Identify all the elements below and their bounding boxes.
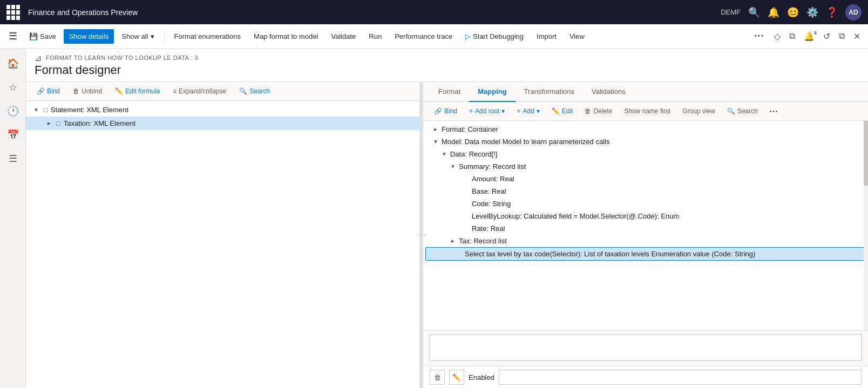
tree-item[interactable]: ▼ □ Statement: XML Element [26, 103, 419, 117]
validate-button[interactable]: Validate [326, 29, 361, 44]
nav-calendar-icon[interactable]: 📅 [2, 124, 24, 146]
chevron-down-icon: ▼ [449, 164, 457, 169]
tab-format[interactable]: Format [430, 82, 469, 102]
show-name-first-button[interactable]: Show name first [620, 105, 675, 117]
right-panel: Format Mapping Transformations Validatio… [423, 82, 868, 388]
edit-button[interactable]: ✏️ Edit [547, 105, 578, 117]
main-layout: 🏠 ☆ 🕐 📅 ☰ ⊿ FORMAT TO LEARN HOW TO LOOKU… [0, 49, 868, 388]
chevron-down-icon: ▼ [32, 107, 40, 113]
separator [164, 30, 165, 43]
scrollbar-thumb[interactable] [864, 121, 868, 186]
settings-icon[interactable]: ⚙️ [806, 6, 818, 18]
format-enumerations-button[interactable]: Format enumerations [169, 29, 247, 44]
delete-button[interactable]: 🗑 Delete [580, 105, 616, 117]
selected-formula-item[interactable]: Select tax level by tax code(Selector): … [425, 247, 866, 261]
chevron-right-icon: ► [432, 126, 439, 132]
show-details-button[interactable]: Show details [64, 29, 114, 44]
left-panel: 🔗 Bind 🗑 Unbind ✏️ Edit formula ≡ Expand… [26, 82, 420, 388]
toolbar-more-icon[interactable]: ••• [750, 30, 769, 42]
start-debugging-button[interactable]: ▷ Start Debugging [460, 29, 529, 44]
help-icon[interactable]: ❓ [826, 6, 838, 18]
tab-bar: Format Mapping Transformations Validatio… [423, 82, 868, 102]
main-toolbar: ☰ 💾 Save Show details Show all ▾ Format … [0, 24, 868, 49]
app-grid-icon[interactable] [6, 5, 22, 20]
tree-item-label: Statement: XML Element [51, 106, 128, 114]
add-button[interactable]: + Add ▾ [512, 105, 544, 117]
mapping-item-label: Rate: Real [472, 224, 505, 233]
performance-trace-button[interactable]: Performance trace [389, 29, 458, 44]
page-header: ⊿ FORMAT TO LEARN HOW TO LOOKUP LE DATA … [26, 49, 868, 82]
plus-icon: + [517, 107, 520, 115]
mapping-item-label: LevelByLookup: Calculated field = Model.… [472, 212, 679, 220]
map-format-button[interactable]: Map format to model [248, 29, 323, 44]
tab-validations[interactable]: Validations [583, 82, 634, 102]
show-all-button[interactable]: Show all ▾ [116, 29, 159, 44]
mapping-item[interactable]: Code: String [423, 198, 868, 210]
add-root-button[interactable]: + Add root ▾ [465, 105, 509, 117]
page-title: Format designer [35, 63, 859, 77]
tenant-code: DEMF [721, 8, 741, 16]
edit-condition-button[interactable]: ✏️ [449, 370, 464, 385]
toolbar-restore-icon[interactable]: ⧉ [836, 29, 848, 43]
delete-link-icon: 🗑 [73, 87, 79, 95]
mapping-item-label: Base: Real [472, 187, 506, 195]
search-icon[interactable]: 🔍 [748, 6, 760, 18]
tree-item[interactable]: ► □ Taxation: XML Element [26, 117, 419, 130]
link-icon: 🔗 [37, 87, 45, 95]
expand-icon: ≡ [173, 87, 177, 95]
bind-button[interactable]: 🔗 Bind [32, 85, 64, 97]
view-button[interactable]: View [564, 29, 590, 44]
hamburger-icon[interactable]: ☰ [4, 28, 22, 44]
edit-icon: ✏️ [552, 107, 560, 115]
formula-input[interactable] [430, 334, 862, 361]
left-search-button[interactable]: 🔍 Search [235, 85, 274, 97]
debug-icon: ▷ [465, 32, 471, 40]
toolbar-close-icon[interactable]: ✕ [850, 29, 864, 44]
trash-icon: 🗑 [434, 373, 441, 382]
toolbar-diamond-icon[interactable]: ◇ [771, 29, 784, 44]
chevron-down-icon: ▼ [432, 139, 439, 145]
toolbar-refresh-icon[interactable]: ↺ [820, 29, 833, 44]
mapping-item[interactable]: ► Format: Container [423, 123, 868, 135]
designer-split: 🔗 Bind 🗑 Unbind ✏️ Edit formula ≡ Expand… [26, 82, 868, 388]
enabled-row: 🗑 ✏️ Enabled [423, 366, 868, 388]
chevron-right-icon: ► [45, 120, 53, 126]
chevron-down-icon: ▼ [440, 151, 448, 157]
tab-transformations[interactable]: Transformations [516, 82, 583, 102]
expand-collapse-button[interactable]: ≡ Expand/collapse [168, 85, 230, 97]
edit-formula-button[interactable]: ✏️ Edit formula [111, 85, 164, 97]
avatar[interactable]: AD [845, 4, 862, 21]
scrollbar-track[interactable] [864, 121, 868, 330]
tab-mapping[interactable]: Mapping [469, 82, 515, 102]
import-button[interactable]: Import [531, 29, 562, 44]
run-button[interactable]: Run [363, 29, 387, 44]
mapping-item[interactable]: ▼ Summary: Record list [423, 160, 868, 173]
toolbar-badge-icon[interactable]: 🔔4 [801, 29, 818, 44]
mapping-item[interactable]: LevelByLookup: Calculated field = Model.… [423, 210, 868, 222]
delete-condition-button[interactable]: 🗑 [430, 370, 445, 385]
filter-icon[interactable]: ⊿ [35, 53, 42, 63]
notification-icon[interactable]: 🔔 [768, 6, 779, 18]
mapping-item[interactable]: Rate: Real [423, 222, 868, 235]
nav-list-icon[interactable]: ☰ [2, 148, 24, 169]
mapping-item-label: Tax: Record list [459, 237, 507, 245]
chevron-down-icon: ▾ [501, 107, 505, 115]
mapping-item[interactable]: Base: Real [423, 185, 868, 198]
nav-recent-icon[interactable]: 🕐 [2, 100, 24, 122]
titlebar-right: DEMF 🔍 🔔 😊 ⚙️ ❓ AD [721, 4, 862, 21]
enabled-input[interactable] [499, 370, 862, 385]
mapping-item[interactable]: ► Tax: Record list [423, 235, 868, 247]
right-bind-button[interactable]: 🔗 Bind [430, 105, 462, 117]
nav-home-icon[interactable]: 🏠 [2, 53, 24, 74]
unbind-button[interactable]: 🗑 Unbind [69, 85, 106, 97]
group-view-button[interactable]: Group view [678, 105, 720, 117]
mapping-item[interactable]: Amount: Real [423, 173, 868, 185]
right-search-button[interactable]: 🔍 Search [723, 105, 762, 117]
nav-star-icon[interactable]: ☆ [2, 77, 24, 98]
mapping-item[interactable]: ▼ Model: Data model Model to learn param… [423, 135, 868, 148]
toolbar-expand-icon[interactable]: ⧉ [786, 29, 798, 43]
user-face-icon[interactable]: 😊 [787, 6, 799, 18]
mapping-item[interactable]: ▼ Data: Record[!] [423, 148, 868, 160]
more-options-button[interactable]: ••• [765, 106, 783, 117]
save-button[interactable]: 💾 Save [24, 29, 62, 44]
